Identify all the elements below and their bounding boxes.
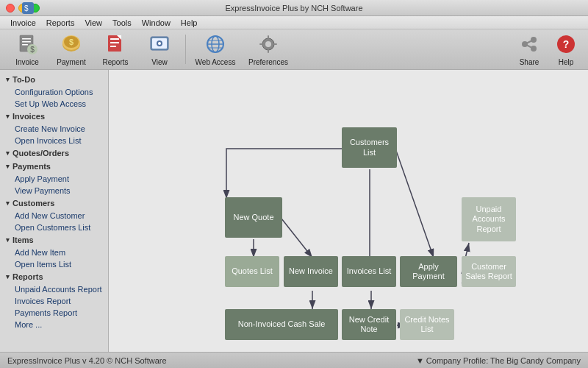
preferences-icon	[257, 32, 280, 56]
sidebar-section-reports[interactable]: Reports	[0, 270, 108, 283]
payment-icon: $	[60, 32, 83, 56]
sidebar-link-payments-report[interactable]: Payments Report	[0, 307, 108, 319]
sidebar-link-invoices-report[interactable]: Invoices Report	[0, 295, 108, 307]
svg-text:$: $	[30, 46, 35, 54]
reports-icon	[104, 32, 127, 56]
toolbar-right: Share ? Help	[512, 31, 582, 68]
svg-rect-13	[110, 38, 119, 40]
toolbar-help[interactable]: ? Help	[550, 31, 582, 68]
window-title: ExpressInvoice Plus by NCH Software	[225, 4, 362, 13]
toolbar-invoice-label: Invoice	[15, 58, 39, 66]
share-icon	[517, 32, 541, 56]
svg-point-27	[265, 41, 271, 47]
sidebar-link-new-invoice[interactable]: Create New Invoice	[0, 123, 108, 135]
toolbar-web-access[interactable]: Web Access	[190, 31, 240, 68]
toolbar-share-label: Share	[520, 58, 539, 66]
status-bar: ExpressInvoice Plus v 4.20 © NCH Softwar…	[0, 352, 588, 368]
node-credit-notes[interactable]: Credit NotesList	[400, 309, 454, 340]
toolbar-preferences-label: Preferences	[248, 58, 288, 66]
sidebar-section-payments[interactable]: Payments	[0, 160, 108, 173]
svg-text:$: $	[69, 38, 74, 46]
sidebar-link-add-customer[interactable]: Add New Customer	[0, 210, 108, 222]
svg-rect-3	[22, 38, 31, 40]
flow-diagram: CustomersList New Quote Quotes List New …	[109, 70, 588, 352]
invoice-icon: $	[15, 32, 39, 56]
toolbar-preferences[interactable]: Preferences	[242, 31, 295, 68]
menu-window[interactable]: Window	[137, 18, 175, 28]
toolbar-view-label: View	[151, 58, 168, 66]
toolbar-reports[interactable]: Reports	[94, 31, 137, 68]
main-area: To-Do Configuration Options Set Up Web A…	[0, 70, 588, 352]
svg-text:?: ?	[563, 38, 570, 50]
toolbar-invoice[interactable]: $ Invoice	[6, 31, 49, 68]
svg-point-20	[158, 42, 161, 45]
sidebar-section-items[interactable]: Items	[0, 233, 108, 247]
toolbar-payment[interactable]: $ Payment	[50, 31, 93, 68]
sidebar-section-todo[interactable]: To-Do	[0, 73, 108, 86]
node-customers-list[interactable]: CustomersList	[342, 127, 397, 168]
view-icon	[148, 32, 171, 56]
sidebar-section-customers[interactable]: Customers	[0, 197, 108, 210]
svg-rect-4	[22, 41, 31, 43]
app-icon: $	[22, 2, 34, 14]
menu-tools[interactable]: Tools	[108, 18, 136, 28]
content-area: CustomersList New Quote Quotes List New …	[109, 70, 588, 352]
svg-rect-30	[259, 43, 263, 45]
node-quotes-list[interactable]: Quotes List	[225, 256, 279, 287]
sidebar: To-Do Configuration Options Set Up Web A…	[0, 70, 109, 352]
toolbar-payment-label: Payment	[57, 58, 85, 66]
node-customer-sales[interactable]: CustomerSales Report	[462, 256, 516, 287]
sidebar-link-add-item[interactable]: Add New Item	[0, 247, 108, 258]
svg-rect-15	[110, 46, 116, 47]
node-unpaid-accounts[interactable]: UnpaidAccountsReport	[462, 197, 516, 241]
svg-rect-5	[22, 44, 28, 46]
svg-text:$: $	[24, 4, 29, 13]
svg-line-43	[395, 149, 434, 258]
node-new-invoice[interactable]: New Invoice	[284, 256, 338, 287]
svg-rect-28	[268, 35, 269, 39]
node-new-quote[interactable]: New Quote	[225, 197, 282, 238]
web-access-icon	[204, 32, 227, 56]
sidebar-link-unpaid-report[interactable]: Unpaid Accounts Report	[0, 283, 108, 295]
sidebar-link-view-payments[interactable]: View Payments	[0, 185, 108, 197]
svg-rect-29	[268, 49, 269, 53]
sidebar-link-open-customers[interactable]: Open Customers List	[0, 222, 108, 233]
svg-line-42	[282, 219, 312, 258]
svg-rect-31	[273, 43, 277, 45]
toolbar-view[interactable]: View	[138, 31, 181, 68]
sidebar-link-open-invoices[interactable]: Open Invoices List	[0, 135, 108, 146]
sidebar-link-config[interactable]: Configuration Options	[0, 86, 108, 98]
sidebar-link-more[interactable]: More ...	[0, 319, 108, 330]
menu-bar: Invoice Reports View Tools Window Help	[0, 16, 588, 29]
toolbar-reports-label: Reports	[102, 58, 128, 66]
node-apply-payment[interactable]: Apply Payment	[400, 256, 457, 287]
toolbar-web-access-label: Web Access	[196, 58, 236, 66]
sidebar-link-apply-payment[interactable]: Apply Payment	[0, 173, 108, 185]
toolbar-share[interactable]: Share	[512, 31, 547, 68]
menu-help[interactable]: Help	[176, 18, 202, 28]
toolbar-separator-1	[185, 35, 186, 64]
node-non-invoiced[interactable]: Non-Invoiced Cash Sale	[225, 309, 338, 340]
node-invoices-list[interactable]: Invoices List	[342, 256, 396, 287]
title-bar: $ ExpressInvoice Plus by NCH Software	[0, 0, 588, 16]
sidebar-section-quotes[interactable]: Quotes/Orders	[0, 146, 108, 160]
help-icon: ?	[554, 32, 578, 56]
sidebar-section-invoices[interactable]: Invoices	[0, 110, 108, 123]
svg-rect-14	[110, 42, 119, 43]
status-app-info: ExpressInvoice Plus v 4.20 © NCH Softwar…	[7, 356, 167, 365]
status-company-profile: ▼ Company Profile: The Big Candy Company	[416, 356, 581, 365]
menu-invoice[interactable]: Invoice	[6, 18, 40, 28]
toolbar-help-label: Help	[559, 58, 574, 66]
sidebar-link-web[interactable]: Set Up Web Access	[0, 98, 108, 110]
toolbar: $ Invoice $ Payment Reports	[0, 29, 588, 70]
sidebar-link-open-items[interactable]: Open Items List	[0, 258, 108, 270]
close-button[interactable]	[6, 4, 15, 13]
menu-reports[interactable]: Reports	[42, 18, 79, 28]
node-new-credit[interactable]: New CreditNote	[342, 309, 396, 340]
menu-view[interactable]: View	[80, 18, 107, 28]
